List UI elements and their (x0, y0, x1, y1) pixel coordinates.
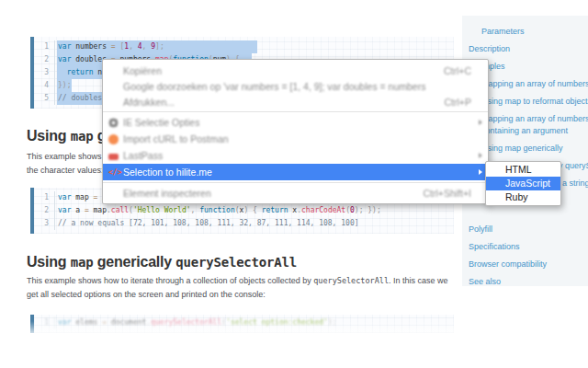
code-icon: </> (108, 167, 119, 178)
menu-item-label: Element inspecteren (123, 188, 211, 199)
sidebar-link-polyfill[interactable]: Polyfill (462, 224, 588, 236)
inline-code: querySelectorAll (313, 276, 389, 285)
section-paragraph: This example shows how to iterate throug… (27, 274, 451, 302)
no-icon (108, 65, 119, 75)
submenu-item-html[interactable]: HTML (486, 163, 560, 177)
menu-item-label: Google doorzoeken op 'var numbers = [1, … (123, 81, 426, 92)
menu-shortcut: Ctrl+C (444, 65, 482, 76)
line-number: 1 (34, 191, 55, 204)
sidebar-link-specifications[interactable]: Specifications (462, 241, 588, 253)
submenu-arrow-icon (479, 153, 482, 158)
line-number: 2 (34, 53, 55, 66)
hiliteme-submenu: HTMLJavaScriptRuby (485, 161, 561, 206)
code-text: var a = map.call('Hello World', function… (55, 204, 381, 217)
submenu-arrow-icon (479, 169, 482, 175)
menu-item-kopi-ren[interactable]: KopiërenCtrl+C (103, 63, 488, 78)
line-number: 3 (34, 66, 55, 79)
menu-item-selection-to-hilite-me[interactable]: </>Selection to hilite.me (103, 164, 488, 180)
line-number: 4 (34, 79, 55, 92)
menu-separator (103, 111, 488, 112)
no-icon (108, 81, 119, 91)
inline-code: querySelectorAll (175, 255, 297, 270)
inline-code: map (71, 129, 94, 144)
inline-code: map (71, 255, 94, 270)
submenu-arrow-icon (479, 120, 482, 125)
menu-item-lastpass[interactable]: LastPass (103, 147, 488, 164)
lastpass-icon (108, 154, 119, 160)
section-heading-queryselectorall: Using map generically querySelectorAll (27, 254, 297, 270)
code-text: }); (55, 79, 71, 92)
menu-item-label: Afdrukken... (123, 97, 175, 108)
sidebar-link-description[interactable]: Description (462, 43, 588, 55)
menu-item-label: Kopiëren (123, 65, 162, 76)
sidebar-link-parameters[interactable]: Parameters (462, 26, 588, 38)
code-block-queryselectorall[interactable]: 1var elems = document.querySelectorAll('… (30, 315, 454, 333)
menu-item-label: Import cURL to Postman (123, 133, 229, 144)
menu-item-label: Selection to hilite.me (123, 167, 212, 178)
menu-shortcut: Ctrl+Shift+I (423, 188, 482, 199)
menu-separator (103, 182, 488, 183)
menu-item-google-doorzoeken-op-var-numbers-1-4-9-var-doubles-numbers[interactable]: Google doorzoeken op 'var numbers = [1, … (103, 78, 488, 94)
menu-item-element-inspecteren[interactable]: Element inspecterenCtrl+Shift+I (103, 185, 488, 201)
code-line: 3// a now equals [72, 101, 108, 108, 111… (34, 217, 454, 230)
code-line: 1var numbers = [1, 4, 9]; (34, 40, 454, 53)
no-icon (108, 97, 119, 107)
sidebar-link-browser-compatibility[interactable]: Browser compatibility (462, 259, 588, 270)
submenu-item-ruby[interactable]: Ruby (486, 190, 560, 204)
menu-item-afdrukken[interactable]: Afdrukken...Ctrl+P (103, 94, 488, 109)
line-number: 2 (34, 204, 55, 217)
sidebar-link-see-also[interactable]: See also (462, 276, 588, 288)
context-menu: KopiërenCtrl+CGoogle doorzoeken op 'var … (102, 59, 489, 204)
line-number: 5 (34, 92, 55, 105)
menu-shortcut: Ctrl+P (445, 97, 482, 108)
code-text: // a now equals [72, 101, 108, 108, 111,… (55, 217, 359, 230)
code-text: var elems = document.querySelectorAll('s… (55, 316, 337, 329)
gear-icon (108, 118, 119, 128)
code-line: 2var a = map.call('Hello World', functio… (34, 204, 454, 217)
postman-icon (108, 134, 119, 144)
menu-item-ie-selectie-opties[interactable]: IE Selectie Opties (103, 114, 488, 131)
menu-item-import-curl-to-postman[interactable]: Import cURL to Postman (103, 131, 488, 147)
line-number: 1 (34, 40, 55, 53)
submenu-item-javascript[interactable]: JavaScript (486, 177, 560, 190)
code-line: 1var elems = document.querySelectorAll('… (34, 316, 454, 329)
mdn-article-page: 1var numbers = [1, 4, 9];2var doubles = … (0, 0, 588, 368)
menu-item-label: LastPass (123, 150, 163, 161)
code-text: var numbers = [1, 4, 9]; (55, 40, 164, 53)
line-number: 3 (34, 217, 55, 230)
no-icon (108, 188, 119, 198)
line-number: 1 (34, 316, 55, 329)
menu-item-label: IE Selectie Opties (123, 117, 199, 128)
